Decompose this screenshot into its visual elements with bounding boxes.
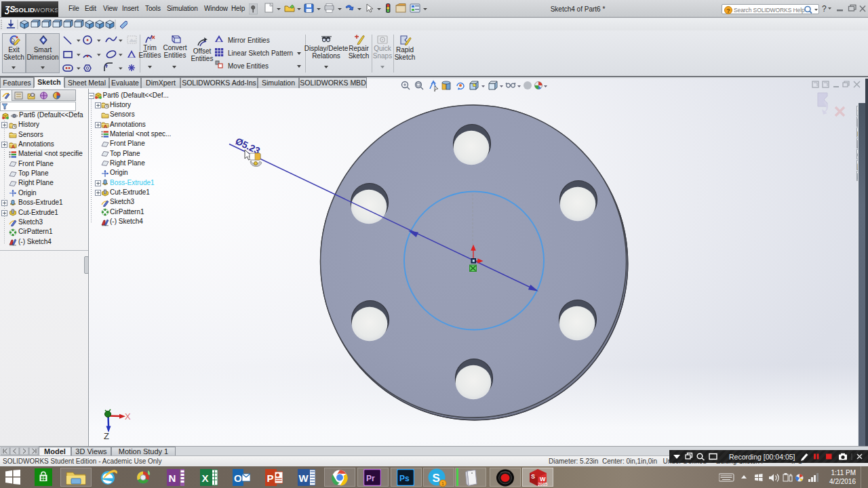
svg-text:X: X xyxy=(125,411,131,422)
svg-text:SOLID: SOLID xyxy=(14,6,35,14)
svg-text:?: ? xyxy=(822,4,827,14)
svg-text:P: P xyxy=(267,472,274,484)
svg-text:S: S xyxy=(531,473,535,480)
svg-text:S: S xyxy=(433,472,440,485)
svg-text:?: ? xyxy=(726,7,730,14)
svg-text:Pr: Pr xyxy=(366,474,375,483)
svg-text:W: W xyxy=(299,472,309,484)
svg-text:2015: 2015 xyxy=(538,482,548,487)
svg-text:Ps: Ps xyxy=(399,474,410,483)
svg-text:O: O xyxy=(234,472,242,484)
svg-text:X: X xyxy=(202,472,209,484)
svg-text:Z: Z xyxy=(104,431,109,441)
svg-text:WORKS: WORKS xyxy=(34,6,58,14)
svg-text:1: 1 xyxy=(441,481,444,486)
svg-text:N: N xyxy=(169,472,176,484)
